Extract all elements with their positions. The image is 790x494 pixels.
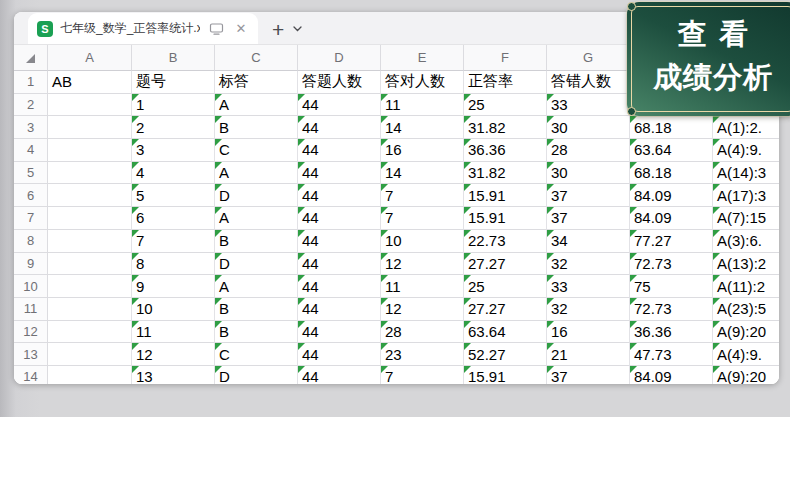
- column-header-F[interactable]: F: [464, 45, 547, 71]
- cell[interactable]: B: [215, 230, 298, 253]
- cell[interactable]: 10: [381, 230, 464, 253]
- cell[interactable]: 答题人数: [298, 71, 381, 94]
- row-number[interactable]: 4: [14, 139, 48, 162]
- cell[interactable]: B: [215, 298, 298, 321]
- row-number[interactable]: 6: [14, 184, 48, 207]
- cell[interactable]: 28: [547, 139, 630, 162]
- cell[interactable]: 36.36: [464, 139, 547, 162]
- cell[interactable]: 题号: [132, 71, 215, 94]
- cell[interactable]: 14: [381, 162, 464, 185]
- cell[interactable]: 4: [132, 162, 215, 185]
- cell[interactable]: 72.73: [630, 253, 713, 276]
- cell[interactable]: A: [215, 94, 298, 117]
- cell[interactable]: 68.18: [630, 116, 713, 139]
- cell[interactable]: 31.82: [464, 162, 547, 185]
- cell[interactable]: AB: [48, 71, 132, 94]
- cell[interactable]: 84.09: [630, 184, 713, 207]
- row-number[interactable]: 5: [14, 162, 48, 185]
- cell[interactable]: 84.09: [630, 366, 713, 384]
- cell[interactable]: 44: [298, 343, 381, 366]
- row-number[interactable]: 11: [14, 298, 48, 321]
- cell[interactable]: 28: [381, 321, 464, 344]
- cell[interactable]: 16: [381, 139, 464, 162]
- cell[interactable]: [48, 230, 132, 253]
- cell[interactable]: A: [215, 275, 298, 298]
- cell[interactable]: 5: [132, 184, 215, 207]
- cell[interactable]: 23: [381, 343, 464, 366]
- cell[interactable]: 44: [298, 230, 381, 253]
- cell[interactable]: A(9):20: [713, 321, 779, 344]
- cell[interactable]: [48, 116, 132, 139]
- close-tab-icon[interactable]: ✕: [232, 20, 250, 38]
- cell[interactable]: 27.27: [464, 253, 547, 276]
- row-number[interactable]: 8: [14, 230, 48, 253]
- cell[interactable]: 32: [547, 298, 630, 321]
- document-tab[interactable]: S 七年级_数学_正答率统计.xls ✕: [28, 13, 258, 44]
- cell[interactable]: 37: [547, 366, 630, 384]
- cell[interactable]: 37: [547, 184, 630, 207]
- column-header-B[interactable]: B: [132, 45, 215, 71]
- cell[interactable]: A(17):3: [713, 184, 779, 207]
- cell[interactable]: 15.91: [464, 207, 547, 230]
- cell[interactable]: 3: [132, 139, 215, 162]
- cell[interactable]: 7: [381, 366, 464, 384]
- cell[interactable]: [48, 343, 132, 366]
- cell[interactable]: [48, 184, 132, 207]
- present-monitor-icon[interactable]: [207, 20, 225, 38]
- cell[interactable]: 21: [547, 343, 630, 366]
- cell[interactable]: D: [215, 253, 298, 276]
- cell[interactable]: [48, 298, 132, 321]
- cell[interactable]: 14: [381, 116, 464, 139]
- cell[interactable]: 44: [298, 162, 381, 185]
- cell[interactable]: 11: [132, 321, 215, 344]
- select-all-corner[interactable]: [14, 45, 48, 71]
- cell[interactable]: 44: [298, 139, 381, 162]
- row-number[interactable]: 3: [14, 116, 48, 139]
- row-number[interactable]: 7: [14, 207, 48, 230]
- cell[interactable]: 7: [381, 207, 464, 230]
- cell[interactable]: B: [215, 321, 298, 344]
- cell[interactable]: 44: [298, 253, 381, 276]
- cell[interactable]: 33: [547, 275, 630, 298]
- cell[interactable]: 12: [381, 298, 464, 321]
- cell[interactable]: 44: [298, 207, 381, 230]
- cell[interactable]: A(4):9.: [713, 139, 779, 162]
- cell[interactable]: 33: [547, 94, 630, 117]
- cell[interactable]: [48, 321, 132, 344]
- cell[interactable]: C: [215, 343, 298, 366]
- cell[interactable]: 63.64: [630, 139, 713, 162]
- cell[interactable]: D: [215, 366, 298, 384]
- cell[interactable]: A(13):2: [713, 253, 779, 276]
- cell[interactable]: 36.36: [630, 321, 713, 344]
- column-header-E[interactable]: E: [381, 45, 464, 71]
- cell[interactable]: 77.27: [630, 230, 713, 253]
- cell[interactable]: A: [215, 207, 298, 230]
- cell[interactable]: 8: [132, 253, 215, 276]
- cell[interactable]: A(3):6.: [713, 230, 779, 253]
- cell[interactable]: [48, 366, 132, 384]
- cell[interactable]: 34: [547, 230, 630, 253]
- cell[interactable]: 答对人数: [381, 71, 464, 94]
- cell[interactable]: 84.09: [630, 207, 713, 230]
- tab-list-chevron-icon[interactable]: [293, 18, 302, 36]
- row-number[interactable]: 2: [14, 94, 48, 117]
- row-number[interactable]: 1: [14, 71, 48, 94]
- cell[interactable]: 68.18: [630, 162, 713, 185]
- cell[interactable]: 22.73: [464, 230, 547, 253]
- cell[interactable]: 7: [381, 184, 464, 207]
- cell[interactable]: A(1):2.: [713, 116, 779, 139]
- column-header-C[interactable]: C: [215, 45, 298, 71]
- cell[interactable]: 15.91: [464, 366, 547, 384]
- cell[interactable]: [48, 275, 132, 298]
- column-header-A[interactable]: A: [48, 45, 132, 71]
- cell[interactable]: 27.27: [464, 298, 547, 321]
- cell[interactable]: A(11):2: [713, 275, 779, 298]
- new-tab-plus-icon[interactable]: +: [272, 19, 284, 40]
- cell[interactable]: 16: [547, 321, 630, 344]
- cell[interactable]: A(23):5: [713, 298, 779, 321]
- cell[interactable]: 72.73: [630, 298, 713, 321]
- cell[interactable]: 2: [132, 116, 215, 139]
- column-header-G[interactable]: G: [547, 45, 630, 71]
- cell[interactable]: 63.64: [464, 321, 547, 344]
- cell[interactable]: 52.27: [464, 343, 547, 366]
